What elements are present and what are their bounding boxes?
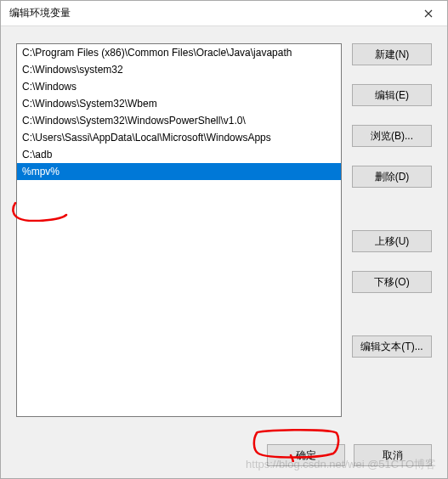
list-item[interactable]: C:\Windows\System32\Wbem [17,95,341,112]
new-button[interactable]: 新建(N) [352,43,432,65]
list-item[interactable]: C:\Windows\System32\WindowsPowerShell\v1… [17,112,341,129]
env-var-edit-dialog: 编辑环境变量 C:\Program Files (x86)\Common Fil… [0,0,448,479]
list-item[interactable]: C:\Windows\system32 [17,61,341,78]
dialog-content: C:\Program Files (x86)\Common Files\Orac… [1,26,447,478]
dialog-title: 编辑环境变量 [9,6,410,20]
watermark: https://blog.csdn.net/wei @51CTO博客 [246,457,436,472]
close-icon [424,9,433,18]
move-up-button[interactable]: 上移(U) [352,230,432,252]
close-button[interactable] [410,1,447,25]
list-item[interactable]: C:\adb [17,146,341,163]
list-item[interactable]: C:\Program Files (x86)\Common Files\Orac… [17,44,341,61]
edit-button[interactable]: 编辑(E) [352,84,432,106]
delete-button[interactable]: 删除(D) [352,166,432,188]
list-item[interactable]: C:\Users\Sassi\AppData\Local\Microsoft\W… [17,129,341,146]
edit-text-button[interactable]: 编辑文本(T)... [352,335,432,358]
main-row: C:\Program Files (x86)\Common Files\Orac… [16,43,432,434]
list-item[interactable]: C:\Windows [17,78,341,95]
browse-button[interactable]: 浏览(B)... [352,125,432,147]
move-down-button[interactable]: 下移(O) [352,271,432,293]
side-buttons: 新建(N) 编辑(E) 浏览(B)... 删除(D) 上移(U) 下移(O) 编… [352,43,432,434]
titlebar: 编辑环境变量 [1,1,447,26]
list-item[interactable]: %mpv% [17,163,341,180]
path-listbox[interactable]: C:\Program Files (x86)\Common Files\Orac… [16,43,342,417]
